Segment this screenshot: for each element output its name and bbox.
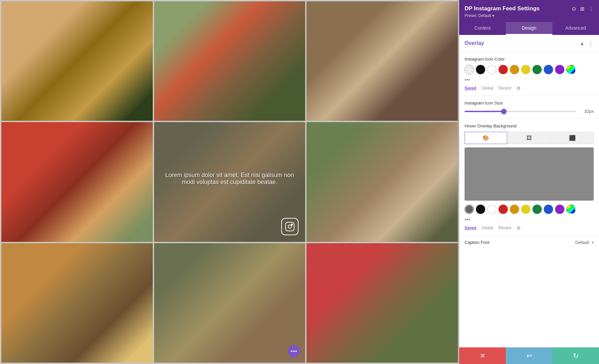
bg-color-swatch-black[interactable] [476,205,485,214]
overlay-caption: Lorem ipsum dolor sit amet. Est nisi gal… [154,172,305,186]
color-swatch-yellow[interactable] [521,65,530,74]
panel-header-top: DP Instagram Feed Settings ⊙ ⊞ ⋮ [465,5,594,12]
bg-color-swatches [465,205,594,214]
chevron-up-icon[interactable]: ▲ [580,41,584,46]
icon-color-setting: Instagram Icon Color ••• Saved Gl [459,52,599,96]
panel-header: DP Instagram Feed Settings ⊙ ⊞ ⋮ Preset:… [459,0,599,22]
bg-toggle-color[interactable]: 🎨 [465,132,507,144]
color-swatch-orange[interactable] [510,65,519,74]
bg-color-tab-saved[interactable]: Saved [465,226,476,230]
three-dots-icon: ••• [291,348,297,354]
photo-overlay: Lorem ipsum dolor sit amet. Est nisi gal… [154,122,305,242]
bg-color-swatch-blue[interactable] [544,205,553,214]
icon-color-swatches [465,65,594,74]
panel-header-icons: ⊙ ⊞ ⋮ [572,6,594,12]
bg-color-swatch-yellow[interactable] [521,205,530,214]
color-tab-recent[interactable]: Recent [499,86,511,91]
gradient-icon: ⬛ [569,135,576,141]
bg-color-swatch-purple[interactable] [555,205,564,214]
icon-color-tabs: Saved Global Recent ⚙ [465,86,594,91]
hover-overlay-setting: Hover Overlay Background 🎨 🖼 ⬛ [459,119,599,236]
settings-panel: DP Instagram Feed Settings ⊙ ⊞ ⋮ Preset:… [459,0,599,364]
bg-color-swatch-gradient[interactable] [566,205,576,214]
tab-design[interactable]: Design [506,22,552,35]
section-header-right: ▲ ⋮ [580,40,594,47]
color-swatch-green[interactable] [532,65,542,74]
bg-color-swatch-red[interactable] [499,205,508,214]
section-menu-icon[interactable]: ⋮ [588,40,594,47]
bg-toggle-gradient[interactable]: ⬛ [551,132,594,144]
bg-color-tab-recent[interactable]: Recent [499,226,511,230]
grid-icon[interactable]: ⊞ [580,6,584,12]
undo-icon: ↩ [526,352,532,360]
photo-cell-1 [1,1,153,121]
panel-title: DP Instagram Feed Settings [465,5,539,12]
color-swatch-purple[interactable] [555,65,564,74]
color-swatch-blue[interactable] [544,65,553,74]
color-tab-saved[interactable]: Saved [465,86,476,91]
slider-track [465,111,576,112]
icon-size-setting: Instagram Icon Size 32px [459,96,599,119]
overlay-section-title: Overlay [465,40,484,46]
three-dots-button[interactable]: ••• [288,345,300,357]
photo-cell-9 [306,243,458,363]
bg-toggle-image[interactable]: 🖼 [508,132,550,144]
color-swatch-gradient[interactable] [566,65,576,74]
photo-cell-8: ••• [154,243,305,363]
bottom-bar: ✕ ↩ ↻ [459,347,599,364]
icon-size-label: Instagram Icon Size [465,100,594,105]
bg-color-swatch-selected[interactable] [465,205,474,214]
color-swatch-black[interactable] [476,65,485,74]
redo-icon: ↻ [573,352,579,360]
bg-color-tabs: Saved Global Recent ⚙ [465,225,594,231]
bg-toggle-row: 🎨 🖼 ⬛ [465,132,594,144]
color-settings-gear-icon[interactable]: ⚙ [516,86,521,91]
color-preview-box[interactable] [465,147,594,201]
photo-cell-5-overlay: Lorem ipsum dolor sit amet. Est nisi gal… [154,122,305,242]
bg-color-swatch-white[interactable] [487,205,497,214]
photo-cell-6 [306,122,458,242]
panel-tabs: Content Design Advanced [459,22,599,35]
target-icon[interactable]: ⊙ [572,6,576,12]
slider-fill [465,111,504,112]
overlay-section-header: Overlay ▲ ⋮ [459,35,599,52]
photo-cell-4 [1,122,153,242]
photo-grid: Lorem ipsum dolor sit amet. Est nisi gal… [0,0,459,364]
caption-font-setting: Caption Font Default ▾ [459,236,599,249]
bg-color-more-icon[interactable]: ••• [465,217,470,223]
color-tab-global[interactable]: Global [482,86,493,91]
preset-selector[interactable]: Preset: Default ▾ [465,13,594,18]
caption-font-label: Caption Font [465,240,489,245]
bg-color-settings-gear-icon[interactable]: ⚙ [516,225,521,231]
icon-color-label: Instagram Icon Color [465,57,594,62]
caption-font-chevron-icon[interactable]: ▾ [592,240,594,245]
color-swatch-white[interactable] [487,65,497,74]
tab-content[interactable]: Content [459,22,506,35]
image-icon: 🖼 [526,135,532,141]
icon-size-value: 32px [580,109,594,114]
slider-thumb[interactable] [501,109,506,114]
bg-color-tab-global[interactable]: Global [482,226,493,230]
instagram-icon-inner [285,222,295,231]
more-icon[interactable]: ⋮ [588,6,594,12]
icon-size-slider[interactable] [465,111,576,112]
undo-button[interactable]: ↩ [506,347,552,364]
photo-cell-3 [306,1,458,121]
photo-cell-2 [154,1,305,121]
caption-font-value-row: Default ▾ [575,240,594,245]
icon-size-slider-row: 32px [465,109,594,114]
color-swatch-transparent[interactable] [465,65,474,74]
color-fill-icon: 🎨 [483,135,489,141]
panel-body: Overlay ▲ ⋮ Instagram Icon Color [459,35,599,347]
cancel-button[interactable]: ✕ [459,347,506,364]
bg-color-swatch-green[interactable] [532,205,542,214]
tab-advanced[interactable]: Advanced [552,22,599,35]
color-more-icon[interactable]: ••• [465,77,470,83]
color-swatch-red[interactable] [499,65,508,74]
hover-overlay-label: Hover Overlay Background [465,123,594,128]
cancel-icon: ✕ [480,352,486,360]
photo-cell-7 [1,243,153,363]
bg-color-swatch-orange[interactable] [510,205,519,214]
redo-button[interactable]: ↻ [552,347,599,364]
instagram-icon-overlay [281,218,299,235]
